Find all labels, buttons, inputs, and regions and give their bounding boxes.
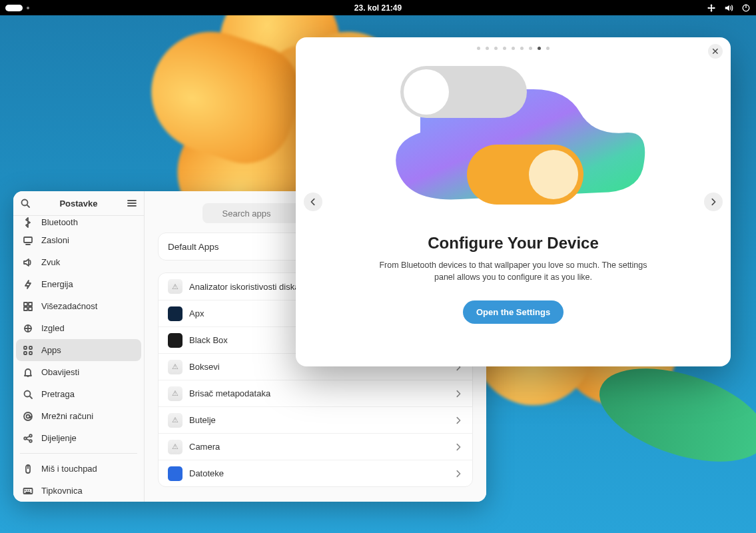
- settings-sidebar: Postavke BluetoothZasloniZvukEnergijaViš…: [13, 191, 145, 502]
- svg-rect-7: [24, 237, 32, 243]
- sidebar-item-apps[interactable]: Apps: [16, 339, 141, 361]
- svg-point-18: [25, 390, 31, 396]
- sound-icon: [23, 257, 33, 268]
- sidebar-item-label: Zvuk: [41, 257, 60, 267]
- sidebar-item-mouse[interactable]: Miš i touchpad: [16, 458, 141, 480]
- app-name: Boksevi: [189, 362, 220, 372]
- svg-line-19: [30, 396, 32, 398]
- sidebar-item-label: Obavijesti: [41, 367, 79, 377]
- sidebar-item-at[interactable]: Mrežni računi: [16, 405, 141, 427]
- svg-rect-10: [29, 302, 32, 306]
- svg-point-2: [22, 200, 28, 206]
- sidebar-item-label: Apps: [41, 345, 61, 355]
- appearance-icon: [23, 323, 33, 334]
- power-icon[interactable]: [741, 3, 751, 13]
- onboarding-title: Configure Your Device: [428, 234, 599, 253]
- app-name: Black Box: [189, 335, 228, 345]
- mouse-icon: [23, 464, 33, 474]
- onboarding-dialog: ✕ Configure Your Device From Bluetooth d…: [296, 37, 731, 366]
- share-icon: [23, 433, 33, 444]
- open-settings-button[interactable]: Open the Settings: [463, 300, 564, 324]
- app-icon: [168, 360, 183, 374]
- app-icon: [168, 440, 183, 454]
- sidebar-item-search[interactable]: Pretraga: [16, 383, 141, 405]
- chevron-right-icon: [454, 416, 463, 425]
- app-name: Camera: [189, 442, 220, 452]
- svg-line-3: [27, 205, 29, 207]
- svg-line-25: [27, 436, 30, 438]
- chevron-right-icon: [454, 469, 463, 478]
- svg-rect-11: [24, 307, 27, 310]
- network-icon[interactable]: [707, 3, 716, 13]
- next-button[interactable]: [704, 193, 723, 211]
- app-row[interactable]: Butelje: [159, 406, 472, 433]
- app-icon: [168, 333, 183, 348]
- app-row[interactable]: Datoteke: [159, 460, 472, 486]
- svg-rect-14: [24, 346, 27, 349]
- default-apps-label: Default Apps: [168, 242, 219, 252]
- at-icon: [23, 411, 33, 422]
- clock[interactable]: 23. kol 21:49: [354, 3, 402, 13]
- sidebar-item-label: Energija: [41, 279, 73, 289]
- svg-rect-17: [29, 352, 32, 354]
- sidebar-item-sound[interactable]: Zvuk: [16, 251, 141, 273]
- sidebar-item-label: Tipkovnica: [41, 486, 83, 496]
- bluetooth-icon: [23, 217, 33, 228]
- bell-icon: [23, 367, 33, 378]
- close-button[interactable]: ✕: [708, 44, 723, 59]
- workspace-dot: [27, 7, 29, 9]
- app-name: Datoteke: [189, 468, 224, 478]
- volume-icon[interactable]: [724, 3, 733, 13]
- app-name: Apx: [189, 308, 204, 318]
- sidebar-item-share[interactable]: Dijeljenje: [16, 427, 141, 449]
- svg-line-26: [27, 439, 30, 440]
- sidebar-item-keyboard[interactable]: Tipkovnica: [16, 480, 141, 502]
- app-icon: [168, 386, 183, 401]
- sidebar-item-appearance[interactable]: Izgled: [16, 317, 141, 339]
- onboarding-description: From Bluetooth devices to that wallpaper…: [370, 259, 657, 283]
- app-name: Analizator iskoristivosti diska: [189, 282, 299, 292]
- display-icon: [23, 235, 33, 246]
- sidebar-item-multitask[interactable]: Višezadaćnost: [16, 295, 141, 317]
- svg-rect-12: [29, 307, 32, 310]
- power-icon: [23, 279, 33, 290]
- menu-icon[interactable]: [127, 198, 137, 209]
- chevron-right-icon: [454, 389, 463, 398]
- sidebar-item-label: Pretraga: [41, 389, 75, 399]
- keyboard-icon: [23, 486, 33, 496]
- sidebar-item-label: Bluetooth: [41, 217, 78, 227]
- svg-rect-16: [24, 352, 27, 354]
- prev-button[interactable]: [304, 193, 322, 211]
- activities-pill[interactable]: [5, 5, 23, 11]
- search-icon: [23, 389, 33, 400]
- app-icon: [168, 279, 183, 294]
- sidebar-item-label: Izgled: [41, 323, 65, 333]
- chevron-right-icon: [454, 442, 463, 452]
- sidebar-item-bell[interactable]: Obavijesti: [16, 361, 141, 383]
- app-icon: [168, 306, 183, 321]
- app-icon: [168, 413, 183, 428]
- settings-title: Postavke: [31, 199, 127, 209]
- multitask-icon: [23, 301, 33, 312]
- sidebar-item-label: Miš i touchpad: [41, 464, 97, 474]
- sidebar-item-label: Višezadaćnost: [41, 301, 97, 311]
- sidebar-item-bluetooth[interactable]: Bluetooth: [16, 217, 141, 229]
- sidebar-item-label: Mrežni računi: [41, 411, 93, 421]
- sidebar-item-power[interactable]: Energija: [16, 273, 141, 295]
- app-icon: [168, 466, 183, 481]
- page-indicator: [477, 47, 550, 50]
- sidebar-item-label: Dijeljenje: [41, 433, 77, 443]
- app-row[interactable]: Brisač metapodataka: [159, 380, 472, 406]
- sidebar-item-display[interactable]: Zasloni: [16, 229, 141, 251]
- sidebar-item-label: Zasloni: [41, 235, 69, 245]
- app-name: Butelje: [189, 415, 216, 425]
- app-name: Brisač metapodataka: [189, 388, 270, 398]
- search-icon[interactable]: [20, 198, 31, 209]
- app-row[interactable]: Camera: [159, 433, 472, 460]
- apps-icon: [23, 345, 33, 356]
- svg-rect-9: [24, 302, 27, 306]
- onboarding-illustration: [380, 66, 647, 219]
- svg-rect-15: [29, 346, 32, 349]
